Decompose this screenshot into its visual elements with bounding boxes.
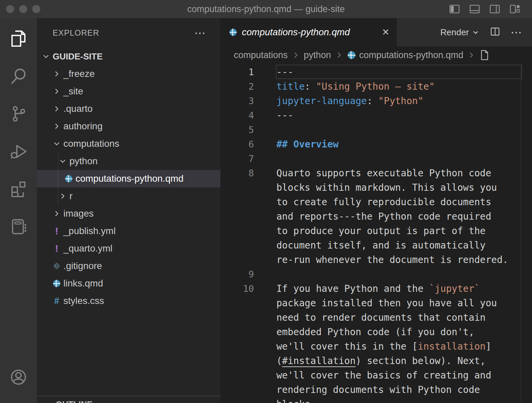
extensions-icon[interactable] — [9, 180, 28, 198]
code-text: --- — [276, 65, 294, 79]
yml-icon: ! — [53, 243, 61, 254]
explorer-sidebar: EXPLORER ⋯ GUIDE-SITE _freeze_site.quart… — [37, 18, 220, 403]
code-line-8-wrap[interactable]: to produce your output is part of the — [220, 224, 532, 238]
tree-item-label: _publish.yml — [63, 226, 116, 236]
search-icon[interactable] — [9, 67, 28, 85]
tree-root-label: GUIDE-SITE — [53, 51, 103, 62]
code-line-10-wrap[interactable]: blocks. — [220, 397, 532, 403]
code-text: If you have Python and the `jupyter` — [276, 281, 480, 296]
code-line-10[interactable]: 10If you have Python and the `jupyter` — [220, 281, 532, 296]
toggle-secondary-sidebar-icon[interactable] — [489, 3, 500, 15]
editor-more-actions-icon[interactable]: ⋯ — [511, 29, 522, 36]
explorer-title: EXPLORER — [53, 28, 99, 38]
code-line-8-wrap[interactable]: to create fully reproducible documents — [220, 195, 532, 209]
line-number: 1 — [220, 65, 254, 79]
line-number — [220, 180, 254, 195]
code-line-3[interactable]: 3jupyter-language: "Python" — [220, 94, 532, 108]
tree-item-computations[interactable]: computations — [37, 135, 220, 152]
tree-item-computations-python.qmd[interactable]: computations-python.qmd — [37, 170, 220, 187]
breadcrumb-separator-icon — [292, 51, 299, 59]
line-number — [220, 238, 254, 253]
tree-root-guide-site[interactable]: GUIDE-SITE — [37, 48, 220, 65]
tree-item-_site[interactable]: _site — [37, 83, 220, 100]
breadcrumb-label: python — [304, 50, 331, 60]
tab-bar: computations-python.qmd ✕ Render ⋯ — [220, 18, 532, 46]
tab-computations-python[interactable]: computations-python.qmd ✕ — [220, 18, 397, 46]
tree-item-_publish.yml[interactable]: !_publish.yml — [37, 222, 220, 240]
tree-item-python[interactable]: python — [37, 152, 220, 170]
code-line-4[interactable]: 4--- — [220, 108, 532, 123]
activity-bar — [0, 18, 37, 403]
chevron-right-icon — [45, 400, 53, 403]
account-icon[interactable] — [9, 368, 28, 386]
code-line-8-wrap[interactable]: re-run whenever the document is rendered… — [220, 253, 532, 267]
outline-section-header[interactable]: OUTLINE — [37, 400, 220, 403]
code-line-6[interactable]: 6## Overview — [220, 137, 532, 151]
code-line-10-wrap[interactable]: we'll cover this in the [installation] — [220, 339, 532, 354]
breadcrumb-file[interactable] — [479, 50, 489, 60]
breadcrumb-computations[interactable]: computations — [234, 50, 288, 60]
code-line-9[interactable]: 9 — [220, 267, 532, 281]
outline-label: OUTLINE — [56, 400, 93, 403]
code-line-1[interactable]: 1--- — [220, 65, 532, 79]
toggle-panel-icon[interactable] — [469, 3, 480, 15]
line-number — [220, 296, 254, 310]
code-text: title: "Using Python — site" — [276, 79, 435, 94]
render-button[interactable]: Render — [440, 27, 480, 38]
tree-item-images[interactable]: images — [37, 205, 220, 222]
render-label: Render — [440, 27, 469, 38]
code-line-10-wrap[interactable]: rendering documents with Python code — [220, 383, 532, 397]
code-line-10-wrap[interactable]: we'll cover the basics of creating and — [220, 368, 532, 383]
tree-item-label: .quarto — [63, 103, 93, 114]
source-control-icon[interactable] — [9, 105, 28, 123]
tree-item-_freeze[interactable]: _freeze — [37, 65, 220, 83]
tree-item-label: links.qmd — [63, 278, 103, 289]
code-line-10-wrap[interactable]: (#installation) section below). Next, — [220, 354, 532, 368]
tree-item-.gitignore[interactable]: .gitignore — [37, 257, 220, 275]
tree-item-authoring[interactable]: authoring — [37, 118, 220, 135]
breadcrumb-separator-icon — [468, 51, 475, 59]
tree-item-links.qmd[interactable]: links.qmd — [37, 275, 220, 292]
line-number — [220, 383, 254, 397]
code-line-8-wrap[interactable]: document itself, and is automatically — [220, 238, 532, 253]
notebook-icon[interactable] — [9, 218, 28, 236]
line-number — [220, 224, 254, 238]
breadcrumb-python[interactable]: python — [304, 50, 331, 60]
explorer-more-actions-icon[interactable]: ⋯ — [194, 30, 206, 36]
chevron-right-icon — [59, 191, 67, 201]
code-line-10-wrap[interactable]: need to render documents that contain — [220, 310, 532, 325]
code-line-10-wrap[interactable]: package installed then you have all you — [220, 296, 532, 310]
split-editor-icon[interactable] — [490, 26, 500, 38]
run-and-debug-icon[interactable] — [9, 142, 28, 161]
explorer-icon[interactable] — [9, 30, 28, 48]
breadcrumb-computations-python.qmd[interactable]: computations-python.qmd — [347, 50, 464, 60]
line-number: 2 — [220, 79, 254, 94]
code-line-8-wrap[interactable]: and reports---the Python code required — [220, 209, 532, 224]
code-editor[interactable]: 1---2title: "Using Python — site"3jupyte… — [220, 64, 532, 403]
css-icon: # — [53, 296, 61, 306]
tree-item-label: images — [63, 208, 94, 219]
chevron-right-icon — [53, 104, 61, 114]
code-line-8[interactable]: 8Quarto supports executable Python code — [220, 166, 532, 180]
code-line-5[interactable]: 5 — [220, 123, 532, 137]
tree-item-.quarto[interactable]: .quarto — [37, 100, 220, 118]
customize-layout-icon[interactable] — [509, 3, 521, 15]
code-text: to create fully reproducible documents — [276, 195, 491, 209]
code-line-2[interactable]: 2title: "Using Python — site" — [220, 79, 532, 94]
chevron-down-icon — [42, 51, 50, 61]
toggle-sidebar-icon[interactable] — [449, 3, 460, 15]
code-text: rendering documents with Python code — [276, 383, 480, 397]
code-text: --- — [276, 108, 294, 123]
editor-group: computations-python.qmd ✕ Render ⋯ compu… — [220, 18, 532, 403]
indent-guide — [58, 152, 58, 205]
chevron-down-icon — [53, 139, 61, 149]
code-line-8-wrap[interactable]: blocks within markdown. This allows you — [220, 180, 532, 195]
tree-item-_quarto.yml[interactable]: !_quarto.yml — [37, 240, 220, 257]
code-line-7[interactable]: 7 — [220, 151, 532, 166]
tree-item-styles.css[interactable]: #styles.css — [37, 292, 220, 310]
tree-item-r[interactable]: r — [37, 187, 220, 205]
code-line-10-wrap[interactable]: embedded Python code (if you don't, — [220, 325, 532, 339]
close-tab-icon[interactable]: ✕ — [382, 27, 389, 38]
tree-item-label: python — [69, 156, 98, 167]
file-tree: _freeze_site.quartoauthoringcomputations… — [37, 65, 220, 310]
